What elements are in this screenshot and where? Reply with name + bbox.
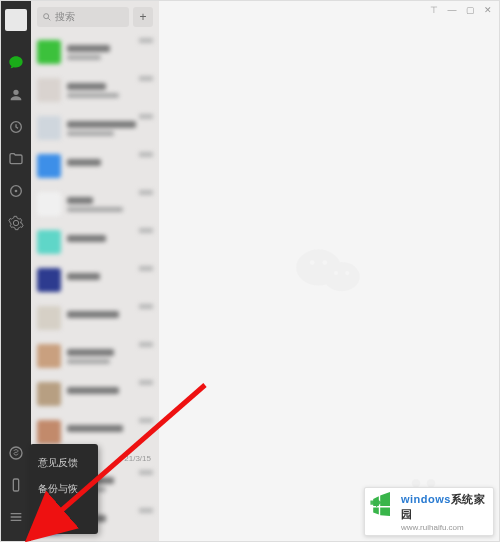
files-icon[interactable] (6, 149, 26, 169)
popup-item-feedback[interactable]: 意见反馈 (30, 450, 98, 476)
maximize-button[interactable]: ▢ (463, 3, 477, 17)
chat-item[interactable] (31, 299, 159, 337)
chat-avatar (37, 192, 61, 216)
chat-timestamp (139, 228, 153, 233)
chat-timestamp (139, 114, 153, 119)
svg-point-10 (334, 271, 338, 275)
svg-point-5 (44, 14, 49, 19)
chat-item[interactable] (31, 337, 159, 375)
chat-avatar (37, 78, 61, 102)
miniprogram-icon[interactable] (6, 443, 26, 463)
window-controls: ⊤ — ▢ ✕ (427, 3, 495, 17)
chat-item[interactable] (31, 109, 159, 147)
chat-item[interactable] (31, 375, 159, 413)
chat-item[interactable] (31, 71, 159, 109)
chat-timestamp (139, 38, 153, 43)
chat-timestamp (139, 508, 153, 513)
wechat-logo-icon (294, 241, 364, 301)
svg-point-9 (322, 260, 327, 265)
svg-point-3 (10, 447, 22, 459)
chat-avatar (37, 344, 61, 368)
left-rail (1, 1, 31, 541)
chat-timestamp (139, 76, 153, 81)
chat-avatar (37, 268, 61, 292)
chat-timestamp (139, 304, 153, 309)
menu-icon[interactable] (6, 507, 26, 527)
chat-preview (67, 359, 110, 364)
chat-avatar (37, 420, 61, 444)
watermark-card: windows系统家园 www.ruihaifu.com (364, 487, 494, 536)
minimize-button[interactable]: — (445, 3, 459, 17)
watermark-url: www.ruihaifu.com (401, 523, 487, 532)
chat-avatar (37, 116, 61, 140)
search-icon (42, 12, 52, 22)
moments-icon[interactable] (6, 181, 26, 201)
chat-timestamp (139, 380, 153, 385)
chat-title (67, 311, 119, 318)
chat-title (67, 349, 114, 356)
chat-preview (67, 55, 101, 60)
settings-icon[interactable] (6, 213, 26, 233)
chat-timestamp (139, 266, 153, 271)
chat-avatar (37, 230, 61, 254)
user-avatar[interactable] (5, 9, 27, 31)
chat-title (67, 197, 93, 204)
chat-title (67, 45, 110, 52)
chat-title (67, 387, 119, 394)
search-placeholder: 搜索 (55, 10, 75, 24)
close-button[interactable]: ✕ (481, 3, 495, 17)
chat-preview (67, 207, 123, 212)
search-row: 搜索 + (31, 1, 159, 33)
main-panel: ⊤ — ▢ ✕ (159, 1, 499, 541)
chat-title (67, 425, 123, 432)
svg-point-11 (345, 271, 349, 275)
chat-preview (67, 93, 119, 98)
chat-timestamp (139, 418, 153, 423)
chat-item[interactable] (31, 33, 159, 71)
add-button[interactable]: + (133, 7, 153, 27)
phone-icon[interactable] (6, 475, 26, 495)
chat-title (67, 159, 101, 166)
svg-point-8 (310, 260, 315, 265)
popup-item-settings[interactable]: 设置 (30, 502, 98, 528)
more-menu-popup: 意见反馈 备份与恢 设置 (30, 444, 98, 534)
chat-title (67, 83, 106, 90)
popup-item-backup[interactable]: 备份与恢 (30, 476, 98, 502)
chat-title (67, 121, 136, 128)
pin-button[interactable]: ⊤ (427, 3, 441, 17)
chat-item[interactable] (31, 223, 159, 261)
chat-preview (67, 131, 114, 136)
chat-avatar (37, 40, 61, 64)
chat-item[interactable] (31, 261, 159, 299)
favorites-icon[interactable] (6, 117, 26, 137)
search-input[interactable]: 搜索 (37, 7, 129, 27)
svg-point-7 (323, 262, 359, 291)
chat-list[interactable] (31, 33, 159, 452)
rail-bottom (1, 437, 31, 533)
chat-timestamp (139, 470, 153, 475)
chat-timestamp (139, 190, 153, 195)
watermark-title: windows系统家园 (401, 492, 487, 522)
chat-item[interactable] (31, 185, 159, 223)
chat-avatar (37, 306, 61, 330)
svg-point-2 (15, 190, 18, 193)
chat-timestamp (139, 152, 153, 157)
chat-avatar (37, 382, 61, 406)
chat-title (67, 235, 106, 242)
chat-timestamp (139, 342, 153, 347)
chat-icon[interactable] (6, 53, 26, 73)
contacts-icon[interactable] (6, 85, 26, 105)
svg-rect-4 (13, 479, 18, 491)
windows-logo-icon (369, 492, 397, 516)
chat-title (67, 273, 100, 280)
chat-avatar (37, 154, 61, 178)
chat-item[interactable] (31, 147, 159, 185)
